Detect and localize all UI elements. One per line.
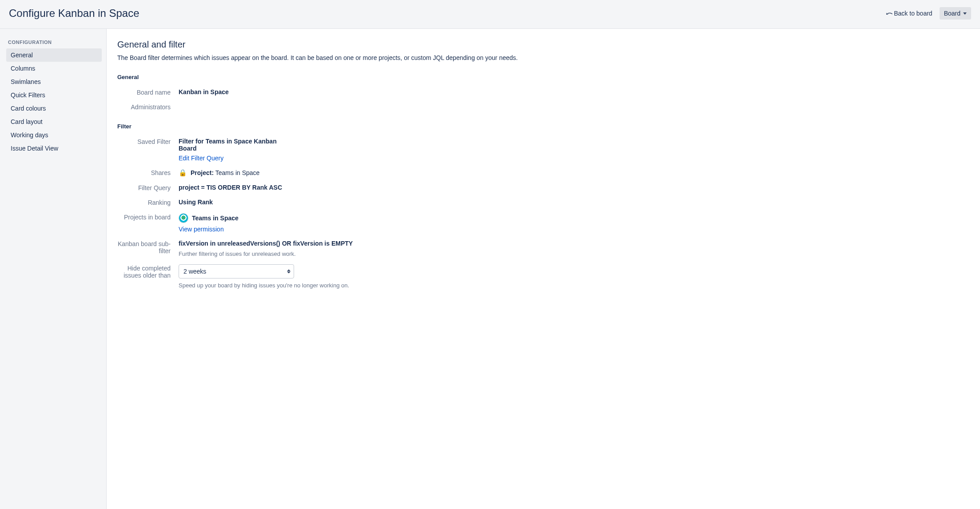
- sidebar: CONFIGURATION General Columns Swimlanes …: [0, 29, 107, 509]
- board-name-value: Kanban in Space: [179, 88, 418, 95]
- sidebar-item-label: Card layout: [11, 118, 43, 125]
- lock-icon: 🔒: [179, 169, 187, 177]
- sidebar-heading: CONFIGURATION: [8, 40, 100, 45]
- subfilter-help: Further filtering of issues for unreleas…: [179, 251, 418, 257]
- hide-help: Speed up your board by hiding issues you…: [179, 282, 418, 289]
- hide-completed-select[interactable]: 2 weeks: [179, 264, 294, 278]
- top-actions: Back to board Board: [886, 7, 971, 20]
- general-heading: General: [117, 74, 969, 80]
- shares-project-value: Teams in Space: [215, 169, 260, 176]
- sidebar-item-label: General: [11, 52, 33, 59]
- board-name-label: Board name: [117, 88, 179, 96]
- project-avatar-icon: [179, 213, 188, 223]
- back-to-board-label: Back to board: [894, 10, 932, 17]
- hide-label: Hide completed issues older than: [117, 264, 179, 279]
- sidebar-item-label: Working days: [11, 131, 48, 139]
- saved-filter-value: Filter for Teams in Space Kanban Board: [179, 138, 294, 152]
- sidebar-item-general[interactable]: General: [6, 48, 102, 62]
- field-saved-filter: Saved Filter Filter for Teams in Space K…: [117, 138, 969, 162]
- page-title: Configure Kanban in Space: [9, 7, 139, 20]
- field-projects-in-board: Projects in board Teams in Space View pe…: [117, 213, 969, 233]
- field-filter-query: Filter Query project = TIS ORDER BY Rank…: [117, 184, 969, 191]
- administrators-label: Administrators: [117, 103, 179, 111]
- section-title: General and filter: [117, 40, 969, 50]
- board-dropdown-button[interactable]: Board: [940, 7, 971, 20]
- back-to-board-link[interactable]: Back to board: [886, 9, 932, 18]
- main-content: General and filter The Board filter dete…: [107, 29, 980, 509]
- sidebar-item-label: Swimlanes: [11, 78, 41, 85]
- field-hide-completed: Hide completed issues older than 2 weeks…: [117, 264, 969, 289]
- board-dropdown-label: Board: [944, 10, 960, 17]
- filter-query-value: project = TIS ORDER BY Rank ASC: [179, 184, 418, 191]
- ranking-label: Ranking: [117, 199, 179, 206]
- view-permission-link[interactable]: View permission: [179, 226, 224, 233]
- sidebar-item-card-colours[interactable]: Card colours: [6, 102, 102, 115]
- subfilter-value: fixVersion in unreleasedVersions() OR fi…: [179, 240, 418, 247]
- sidebar-item-columns[interactable]: Columns: [6, 62, 102, 75]
- sidebar-item-label: Card colours: [11, 105, 46, 112]
- general-group: General Board name Kanban in Space Admin…: [117, 74, 969, 111]
- sidebar-item-quick-filters[interactable]: Quick Filters: [6, 88, 102, 102]
- section-description: The Board filter determines which issues…: [117, 54, 969, 61]
- projects-value: Teams in Space: [192, 215, 239, 222]
- field-board-name: Board name Kanban in Space: [117, 88, 969, 96]
- projects-label: Projects in board: [117, 213, 179, 221]
- sidebar-item-issue-detail-view[interactable]: Issue Detail View: [6, 142, 102, 155]
- sidebar-item-label: Issue Detail View: [11, 145, 58, 152]
- filter-heading: Filter: [117, 123, 969, 130]
- field-administrators: Administrators: [117, 103, 969, 111]
- filter-group: Filter Saved Filter Filter for Teams in …: [117, 123, 969, 289]
- subfilter-label: Kanban board sub-filter: [117, 240, 179, 254]
- sidebar-item-label: Quick Filters: [11, 91, 45, 99]
- layout: CONFIGURATION General Columns Swimlanes …: [0, 29, 980, 509]
- field-shares: Shares 🔒 Project: Teams in Space: [117, 169, 969, 177]
- edit-filter-query-link[interactable]: Edit Filter Query: [179, 155, 223, 162]
- sidebar-item-label: Columns: [11, 65, 35, 72]
- shares-project-label: Project:: [191, 169, 214, 176]
- sidebar-item-card-layout[interactable]: Card layout: [6, 115, 102, 128]
- chevron-down-icon: [963, 12, 967, 15]
- shares-label: Shares: [117, 169, 179, 176]
- sidebar-item-working-days[interactable]: Working days: [6, 128, 102, 142]
- filter-query-label: Filter Query: [117, 184, 179, 191]
- field-subfilter: Kanban board sub-filter fixVersion in un…: [117, 240, 969, 257]
- field-ranking: Ranking Using Rank: [117, 199, 969, 206]
- topbar: Configure Kanban in Space Back to board …: [0, 0, 980, 29]
- ranking-value: Using Rank: [179, 199, 418, 206]
- saved-filter-label: Saved Filter: [117, 138, 179, 145]
- sidebar-item-swimlanes[interactable]: Swimlanes: [6, 75, 102, 88]
